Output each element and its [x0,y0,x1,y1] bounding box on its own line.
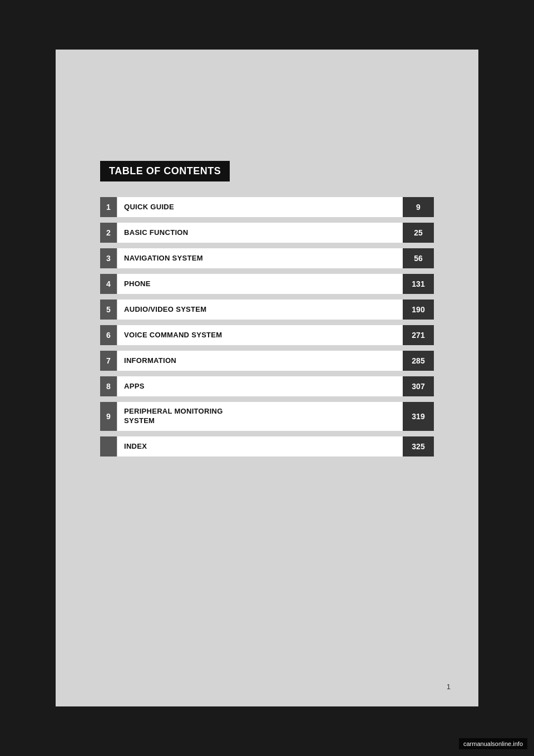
content-area: TABLE OF CONTENTS 1QUICK GUIDE92BASIC FU… [100,161,434,456]
page-number: 1 [447,683,451,691]
entry-label-text-2: BASIC FUNCTION [124,228,188,238]
toc-title: TABLE OF CONTENTS [109,165,221,176]
entry-label-6: VOICE COMMAND SYSTEM [117,325,403,345]
entry-label-text-6: VOICE COMMAND SYSTEM [124,331,222,340]
entry-page-2: 25 [403,223,434,243]
toc-row-3[interactable]: 3NAVIGATION SYSTEM56 [100,248,434,268]
entry-number-5: 5 [100,300,117,320]
entry-label-10: INDEX [117,436,403,456]
entry-number-7: 7 [100,351,117,371]
entry-page-8: 307 [403,376,434,396]
entry-label-7: INFORMATION [117,351,403,371]
entry-page-1: 9 [403,197,434,217]
entry-label-4: PHONE [117,274,403,294]
entry-number-2: 2 [100,223,117,243]
entry-page-9: 319 [403,402,434,431]
entry-label-text-7: INFORMATION [124,356,176,366]
toc-row-6[interactable]: 6VOICE COMMAND SYSTEM271 [100,325,434,345]
toc-row-8[interactable]: 8APPS307 [100,376,434,396]
toc-row-7[interactable]: 7INFORMATION285 [100,351,434,371]
toc-row-5[interactable]: 5AUDIO/VIDEO SYSTEM190 [100,300,434,320]
entry-number-8: 8 [100,376,117,396]
entry-label-text-8: APPS [124,382,145,391]
toc-row-9[interactable]: 9PERIPHERAL MONITORINGSYSTEM319 [100,402,434,431]
toc-row-10[interactable]: INDEX325 [100,436,434,456]
entry-page-4: 131 [403,274,434,294]
toc-row-2[interactable]: 2BASIC FUNCTION25 [100,223,434,243]
toc-row-1[interactable]: 1QUICK GUIDE9 [100,197,434,217]
toc-entries: 1QUICK GUIDE92BASIC FUNCTION253NAVIGATIO… [100,197,434,456]
entry-number-3: 3 [100,248,117,268]
entry-number-6: 6 [100,325,117,345]
entry-label-2: BASIC FUNCTION [117,223,403,243]
entry-label-text-5: AUDIO/VIDEO SYSTEM [124,305,206,315]
entry-page-7: 285 [403,351,434,371]
entry-label-9: PERIPHERAL MONITORINGSYSTEM [117,402,403,431]
entry-label-text-3: NAVIGATION SYSTEM [124,254,203,263]
entry-number-4: 4 [100,274,117,294]
entry-page-5: 190 [403,300,434,320]
entry-label-3: NAVIGATION SYSTEM [117,248,403,268]
entry-label-text-1: QUICK GUIDE [124,203,174,212]
toc-row-4[interactable]: 4PHONE131 [100,274,434,294]
entry-label-1: QUICK GUIDE [117,197,403,217]
watermark: carmanualsonline.info [459,738,527,749]
page-container: TABLE OF CONTENTS 1QUICK GUIDE92BASIC FU… [56,50,478,706]
entry-number-10 [100,436,117,456]
entry-label-text-10: INDEX [124,442,147,451]
entry-label-8: APPS [117,376,403,396]
entry-label-5: AUDIO/VIDEO SYSTEM [117,300,403,320]
entry-number-1: 1 [100,197,117,217]
entry-page-3: 56 [403,248,434,268]
entry-page-10: 325 [403,436,434,456]
entry-page-6: 271 [403,325,434,345]
entry-number-9: 9 [100,402,117,431]
entry-label-text-9: PERIPHERAL MONITORINGSYSTEM [124,407,223,426]
entry-label-text-4: PHONE [124,279,151,289]
toc-title-block: TABLE OF CONTENTS [100,161,230,181]
